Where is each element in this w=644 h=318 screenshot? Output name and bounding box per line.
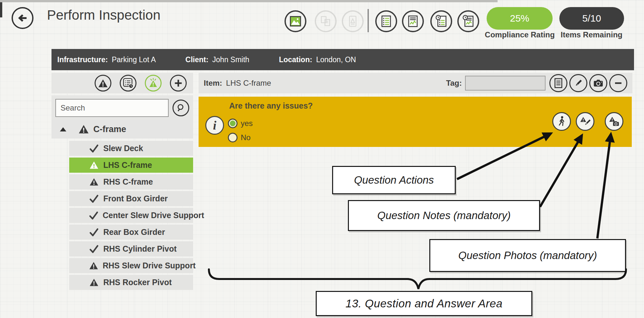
alert-flash-icon [148,78,159,88]
infrastructure-field: Infrastructure: Parking Lot A [57,55,156,64]
notes-icon [554,78,563,88]
answer-option-no[interactable]: No [228,133,251,142]
warning-icon [89,161,99,169]
compliance-rating-badge: 25% [487,7,553,30]
minus-icon [613,78,623,88]
warning-icon [89,278,99,286]
item-edit-button[interactable] [569,74,587,92]
scheduled-graph-report-button[interactable] [457,10,479,32]
radio-yes[interactable] [228,119,238,128]
tag-label: Tag: [446,79,462,88]
warning-icon [98,79,108,88]
callout-question-notes: Question Notes (mandatory) [348,200,540,231]
page-title: Perform Inspection [47,7,161,23]
scheduled-checklist-button[interactable] [430,10,452,32]
image-icon [290,16,301,27]
qa-area-brace [209,269,626,289]
clock-graph-icon [462,15,474,28]
search-button[interactable] [173,100,189,116]
compliance-rating-label: Compliance Rating [476,30,563,39]
tree-expander-icon[interactable] [60,127,66,131]
document-pen-icon [347,15,358,27]
tree-item-front-box-girder[interactable]: Front Box Girder [69,191,193,206]
items-remaining-badge: 5/10 [559,7,624,30]
graph-report-button[interactable] [402,10,424,32]
camera-icon [593,79,603,87]
tree-item-lhs-c-frame[interactable]: LHS C-frame [69,158,193,173]
info-icon: i [213,119,217,131]
tree-item-c-frame[interactable]: C-frame [51,120,193,139]
tree-item-rhs-rocker-pivot[interactable]: RHS Rocker Pivot [69,275,193,290]
item-label: Item: [204,79,222,88]
sign-off-button [342,10,364,32]
warning-icon [89,262,98,270]
inspection-info-bar: Infrastructure: Parking Lot A Client: Jo… [51,49,634,70]
question-actions-button[interactable] [552,112,571,131]
warning-camera-icon [609,116,620,127]
copy-pages-icon [320,15,331,27]
screen-edge-mark [0,0,2,17]
tree-children: Slew Deck LHS C-frame RHS C-frame Front … [69,141,193,292]
question-text: Are there any issues? [229,101,313,111]
client-label: Client: [185,55,209,64]
tree-item-rhs-c-frame[interactable]: RHS C-frame [69,174,193,189]
search-input[interactable] [55,99,169,117]
client-field: Client: John Smith [185,55,249,64]
item-remove-button[interactable] [609,74,627,92]
checklist-document-icon [381,15,391,27]
callout-question-photos: Question Photos (mandatory) [429,239,626,272]
check-icon [89,195,99,203]
check-icon [89,211,98,220]
item-header-bar: Item: LHS C-frame Tag: [199,73,632,93]
search-icon [176,103,186,113]
items-remaining-value: 5/10 [582,13,601,24]
tree-item-slew-deck[interactable]: Slew Deck [69,141,193,156]
tree-item-rhs-cylinder-pivot[interactable]: RHS Cylinder Pivot [69,241,193,256]
item-value: LHS C-frame [226,79,271,88]
answer-option-yes[interactable]: yes [228,119,253,128]
radio-no[interactable] [228,133,238,142]
tree-root-label: C-frame [93,124,126,134]
back-icon [16,12,29,24]
callout-qa-area: 13. Question and Answer Area [316,291,532,316]
pencil-icon [574,79,583,88]
item-notes-button[interactable] [549,74,567,92]
photos-button[interactable] [285,10,306,32]
question-panel: i Are there any issues? yes No [199,97,632,147]
deficiency-filter-button[interactable] [95,75,111,92]
clock-checklist-icon [435,15,447,28]
active-alert-button[interactable] [145,75,162,92]
callout-question-actions: Question Actions [332,166,456,194]
question-info-button[interactable]: i [205,116,224,135]
check-icon [89,245,99,253]
copy-item-button [315,10,337,32]
check-icon [89,228,99,236]
toolbar-divider [368,9,369,32]
item-photos-button[interactable] [589,74,607,92]
graph-document-icon [408,15,418,27]
question-notes-button[interactable] [576,112,594,131]
tree-item-center-slew-drive-support[interactable]: Center Slew Drive Support [69,208,193,223]
plus-icon [173,78,183,88]
warning-icon [79,125,89,134]
add-item-button[interactable] [170,75,187,92]
items-remaining-label: Items Remaining [556,30,627,39]
tree-item-rhs-slew-drive-support[interactable]: RHS Slew Drive Support [69,258,193,273]
infrastructure-value: Parking Lot A [112,55,156,64]
client-value: John Smith [212,55,249,64]
tag-input[interactable] [465,76,546,91]
check-icon [89,144,99,153]
sidebar-search-panel [51,95,193,120]
warning-pencil-icon [580,116,591,127]
screen-top-strip [0,0,498,2]
tree-item-rear-box-girder[interactable]: Rear Box Girder [69,225,193,240]
infrastructure-label: Infrastructure: [57,55,108,64]
question-photos-button[interactable] [605,112,623,131]
scheduled-items-button[interactable] [120,75,136,92]
location-label: Location: [279,55,313,64]
sidebar-toolbar [51,73,193,93]
walking-person-icon [556,116,567,127]
compliance-rating-value: 25% [510,13,529,24]
checklist-report-button[interactable] [375,10,397,32]
back-button[interactable] [12,7,33,29]
